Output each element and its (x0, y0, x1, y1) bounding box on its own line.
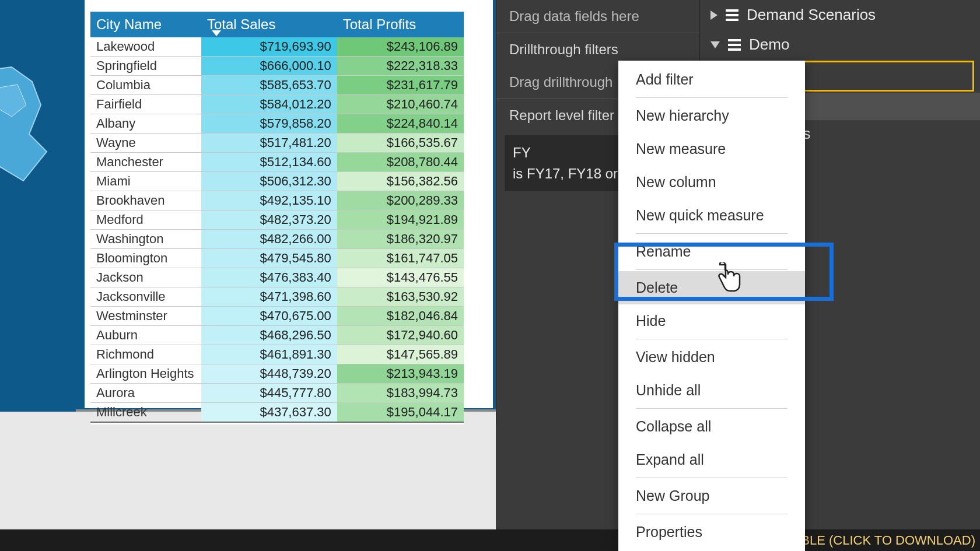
cell-sales: $517,481.20 (201, 134, 337, 153)
cell-sales: $468,296.50 (201, 326, 337, 345)
field-context-menu: Add filter New hierarchy New measure New… (618, 61, 805, 551)
table-icon (726, 9, 738, 21)
cell-sales: $512,134.60 (201, 153, 337, 172)
table-row[interactable]: Lakewood$719,693.90$243,106.89 (90, 37, 464, 57)
cell-profit: $143,476.55 (337, 268, 464, 287)
map-visual[interactable] (0, 0, 76, 412)
table-visual[interactable]: City Name Total Sales Total Profits Lake… (85, 0, 493, 408)
cell-profit: $156,382.56 (337, 172, 464, 191)
cell-city: Medford (90, 210, 201, 230)
menu-separator (636, 514, 788, 514)
table-row[interactable]: Richmond$461,891.30$147,565.89 (90, 345, 464, 364)
ctx-new-measure[interactable]: New measure (618, 132, 805, 166)
cell-profit: $183,994.73 (337, 384, 464, 403)
col-sales[interactable]: Total Sales (201, 12, 337, 37)
cell-city: Jackson (90, 268, 201, 287)
table-row[interactable]: Jackson$476,383.40$143,476.55 (90, 268, 464, 287)
table-icon (728, 39, 741, 51)
ctx-add-filter[interactable]: Add filter (618, 63, 805, 96)
table-row[interactable]: Washington$482,266.00$186,320.97 (90, 230, 464, 249)
cell-profit: $194,921.89 (337, 210, 464, 230)
ctx-new-group[interactable]: New Group (618, 479, 805, 513)
table-row[interactable]: Wayne$517,481.20$166,535.67 (90, 134, 464, 153)
table-row[interactable]: Auburn$468,296.50$172,940.60 (90, 326, 464, 345)
visual-frame: City Name Total Sales Total Profits Lake… (0, 0, 496, 412)
cell-profit: $210,460.74 (337, 95, 464, 114)
cell-sales: $448,739.20 (201, 364, 337, 384)
col-profits[interactable]: Total Profits (337, 12, 464, 37)
status-bar: UPDATE AVAILABLE (CLICK TO DOWNLOAD) (0, 529, 980, 551)
cell-city: Bloomington (90, 249, 201, 268)
table-row[interactable]: Aurora$445,777.80$183,994.73 (90, 384, 464, 403)
field-label: Demand Scenarios (747, 6, 876, 24)
ctx-view-hidden[interactable]: View hidden (618, 341, 805, 374)
cell-sales: $461,891.30 (201, 345, 337, 364)
cell-profit: $200,289.33 (337, 191, 464, 210)
table-row[interactable]: Bloomington$479,545.80$161,747.05 (90, 249, 464, 268)
data-table: City Name Total Sales Total Profits Lake… (90, 12, 464, 447)
cell-sales: $719,693.90 (201, 37, 337, 57)
cell-sales: $476,383.40 (201, 268, 337, 287)
table-row[interactable]: Medford$482,373.20$194,921.89 (90, 210, 464, 230)
cell-city: Albany (90, 114, 201, 134)
cell-city: Wayne (90, 134, 201, 153)
cell-sales: $492,135.10 (201, 191, 337, 210)
ctx-new-quick-measure[interactable]: New quick measure (618, 199, 805, 232)
cell-city: Millcreek (90, 403, 201, 423)
cell-sales: $437,637.30 (201, 403, 337, 423)
table-row[interactable]: Millcreek$437,637.30$195,044.17 (90, 403, 464, 423)
cell-sales: $479,545.80 (201, 249, 337, 268)
ctx-delete[interactable]: Delete (618, 271, 805, 304)
cell-city: Lakewood (90, 37, 201, 57)
table-row[interactable]: Miami$506,312.30$156,382.56 (90, 172, 464, 191)
col-city[interactable]: City Name (90, 12, 201, 37)
table-row[interactable]: Columbia$585,653.70$231,617.79 (90, 76, 464, 95)
cell-profit: $163,530.92 (337, 287, 464, 307)
table-row[interactable]: Westminster$470,675.00$182,046.84 (90, 307, 464, 326)
ctx-collapse-all[interactable]: Collapse all (618, 410, 805, 443)
ctx-rename[interactable]: Rename (618, 235, 805, 268)
table-row[interactable]: Brookhaven$492,135.10$200,289.33 (90, 191, 464, 210)
table-row[interactable]: Fairfield$584,012.20$210,460.74 (90, 95, 464, 114)
ctx-hide[interactable]: Hide (618, 304, 805, 338)
cell-city: Richmond (90, 345, 201, 364)
cell-city: Jacksonville (90, 287, 201, 307)
cell-city: Washington (90, 230, 201, 249)
cell-profit: $147,565.89 (337, 345, 464, 364)
field-label: Demo (749, 36, 789, 54)
menu-separator (636, 233, 788, 234)
cell-sales: $471,398.60 (201, 287, 337, 307)
table-node-demand-scenarios[interactable]: Demand Scenarios (700, 0, 980, 30)
cell-city: Fairfield (90, 95, 201, 114)
table-row[interactable]: Albany$579,858.20$224,840.14 (90, 114, 464, 134)
cell-sales: $506,312.30 (201, 172, 337, 191)
canvas-lower-bg (0, 424, 496, 529)
table-row[interactable]: Arlington Heights$448,739.20$213,943.19 (90, 364, 464, 384)
ctx-properties[interactable]: Properties (618, 515, 805, 549)
menu-separator (636, 97, 788, 98)
ctx-new-hierarchy[interactable]: New hierarchy (618, 99, 805, 132)
menu-separator (636, 478, 788, 478)
cell-sales: $470,675.00 (201, 307, 337, 326)
cell-sales: $482,373.20 (201, 210, 337, 230)
cell-profit: $224,840.14 (337, 114, 464, 134)
drag-fields-well[interactable]: Drag data fields here (496, 0, 699, 33)
cell-city: Brookhaven (90, 191, 201, 210)
cell-city: Miami (90, 172, 201, 191)
cell-profit: $231,617.79 (337, 76, 464, 95)
table-row[interactable]: Springfield$666,000.10$222,318.33 (90, 57, 464, 76)
table-row[interactable]: Manchester$512,134.60$208,780.44 (90, 153, 464, 172)
cell-sales: $666,000.10 (201, 57, 337, 76)
ctx-new-column[interactable]: New column (618, 166, 805, 199)
table-row[interactable]: Jacksonville$471,398.60$163,530.92 (90, 287, 464, 307)
cell-sales: $445,777.80 (201, 384, 337, 403)
cell-profit: $195,044.17 (337, 403, 464, 423)
chevron-down-icon (710, 41, 720, 48)
cell-profit: $213,943.19 (337, 364, 464, 384)
cell-sales: $482,266.00 (201, 230, 337, 249)
ctx-unhide-all[interactable]: Unhide all (618, 374, 805, 407)
ctx-expand-all[interactable]: Expand all (618, 443, 805, 476)
table-node-demo[interactable]: Demo (700, 30, 980, 59)
cell-sales: $579,858.20 (201, 114, 337, 134)
cell-profit: $243,106.89 (337, 37, 464, 57)
